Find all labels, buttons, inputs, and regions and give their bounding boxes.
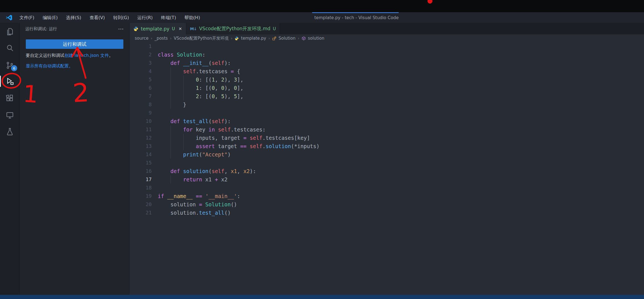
code-text: for key in self.testcases: [152,125,266,134]
code-line[interactable]: 2class Solution: [129,50,644,59]
line-number[interactable]: 7 [129,92,152,100]
close-icon[interactable]: ✕ [179,26,182,31]
indent-guide [158,67,170,75]
code-line[interactable]: 9 [129,109,644,117]
code-line[interactable]: 15 [129,159,644,167]
line-number[interactable]: 18 [129,184,152,192]
code-token [215,126,218,133]
indent-guide [158,134,170,142]
code-text: solution.test_all() [152,209,231,217]
line-number[interactable]: 15 [129,159,152,167]
code-token: , [237,168,243,174]
line-number[interactable]: 9 [129,109,152,117]
line-number[interactable]: 5 [129,75,152,84]
code-line[interactable]: 20solution = Solution() [129,200,644,209]
line-number[interactable]: 3 [129,59,152,67]
indent-guide [158,84,170,92]
code-text: 0: [(1, 2), 3], [152,75,243,84]
line-number[interactable]: 8 [129,100,152,109]
line-number[interactable]: 12 [129,134,152,142]
hint-text-suffix: 。 [109,53,113,58]
indent-guide [158,175,170,184]
code-line[interactable]: 13assert target == self.solution(*inputs… [129,142,644,150]
create-launch-json-link[interactable]: 创建 launch.json 文件 [65,53,109,58]
line-number[interactable]: 21 [129,209,152,217]
code-token [202,193,205,199]
activity-extensions[interactable] [0,92,20,104]
line-number[interactable]: 2 [129,50,152,59]
code-line[interactable]: 12inputs, target = self.testcases[key] [129,134,644,142]
code-editor[interactable]: 12class Solution:3def __init__(self):4se… [129,42,644,217]
line-number[interactable]: 10 [129,117,152,125]
menu-item-selection[interactable]: 选择(S) [62,12,85,23]
activity-testing[interactable] [0,125,20,138]
code-line[interactable]: 4self.testcases = { [129,67,644,75]
code-line[interactable]: 14print("Accept") [129,150,644,159]
line-number[interactable]: 1 [129,42,152,50]
code-line[interactable]: 1 [129,42,644,50]
vscode-logo-icon [6,14,12,21]
breadcrumb-folder[interactable]: VScode配置Python开发环境 [174,36,229,41]
tab-markdown-doc[interactable]: M↓ VScode配置Python开发环境.md U [186,23,280,34]
code-line[interactable]: 10def test_all(self): [129,117,644,125]
line-number[interactable]: 17 [129,175,152,184]
activity-remote-explorer[interactable] [0,109,20,121]
code-token: return [183,176,202,183]
activity-explorer[interactable] [0,25,20,37]
line-number[interactable]: 11 [129,125,152,134]
activity-search[interactable] [0,42,20,54]
code-line[interactable]: 50: [(1, 2), 3], [129,75,644,84]
code-line[interactable]: 3def __init__(self): [129,59,644,67]
code-line[interactable]: 18 [129,184,644,192]
code-line[interactable]: 72: [(0, 5), 5], [129,92,644,100]
code-line[interactable]: 21solution.test_all() [129,209,644,217]
menu-item-run[interactable]: 运行(R) [133,12,157,23]
breadcrumb-file[interactable]: template.py [241,36,266,41]
breadcrumb-class[interactable]: Solution [279,36,296,41]
code-token: def [170,60,183,66]
menu-item-terminal[interactable]: 终端(T) [157,12,180,23]
code-text: solution = Solution() [152,200,237,209]
code-token: solution [266,143,291,149]
breadcrumb-posts[interactable]: _posts [154,36,168,41]
line-number[interactable]: 4 [129,67,152,75]
menu-item-help[interactable]: 帮助(H) [180,12,204,23]
line-number[interactable]: 6 [129,84,152,92]
code-token: self [212,168,224,174]
line-number[interactable]: 14 [129,150,152,159]
line-number[interactable]: 16 [129,167,152,175]
code-line[interactable]: 19if __name__ == '__main__': [129,192,644,200]
code-line[interactable]: 11for key in self.testcases: [129,125,644,134]
code-token: print [183,151,199,158]
code-line[interactable]: 16def solution(self, x1, x2): [129,167,644,175]
code-token: target [215,143,240,149]
code-token: (*inputs) [291,143,319,149]
tab-template-py[interactable]: template.py U ✕ [129,23,186,34]
code-token: 0 [234,85,237,91]
code-token: { [234,68,240,74]
launch-json-hint: 要自定义运行和调试创建 launch.json 文件。 [26,53,126,59]
code-line[interactable]: 61: [(0, 0), 0], [129,84,644,92]
code-token [164,193,167,199]
menu-item-file[interactable]: 文件(F) [15,12,39,23]
activity-run-and-debug[interactable] [0,75,20,87]
show-auto-debug-configs-link[interactable]: 显示所有自动调试配置。 [26,63,73,69]
code-text: return x1 + x2 [152,175,228,184]
code-line[interactable]: 8} [129,100,644,109]
search-icon [5,44,14,53]
activity-bar: 6 [0,23,20,295]
run-and-debug-button[interactable]: 运行和调试 [26,39,123,49]
more-actions-icon[interactable]: ⋯ [118,26,124,32]
code-token: ): [250,168,256,174]
line-number[interactable]: 13 [129,142,152,150]
line-number[interactable]: 20 [129,200,152,209]
menu-item-go[interactable]: 转到(G) [109,12,133,23]
menu-item-edit[interactable]: 编辑(E) [39,12,62,23]
code-text: self.testcases = { [152,67,240,75]
code-line[interactable]: 17return x1 + x2 [129,175,644,184]
breadcrumb-symbol[interactable]: solution [308,36,324,41]
activity-source-control[interactable]: 6 [0,59,20,71]
menu-item-view[interactable]: 查看(V) [85,12,109,23]
line-number[interactable]: 19 [129,192,152,200]
breadcrumb-source[interactable]: source [135,36,149,41]
